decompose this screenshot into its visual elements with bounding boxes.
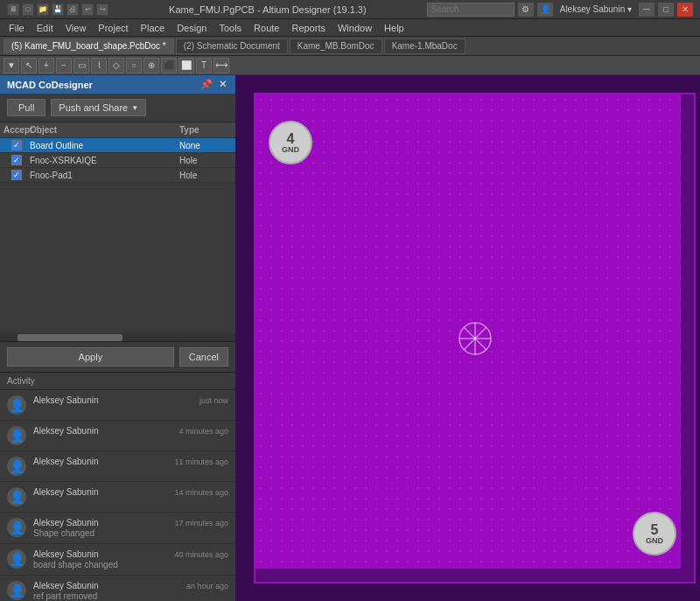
gnd-bottom-label: GND [646,537,663,545]
activity-content: Aleksey Sabunin just now [33,395,228,405]
push-share-button[interactable]: Push and Share ▼ [51,99,146,116]
push-share-dropdown-icon: ▼ [131,104,138,112]
row0-object: Board Outline [30,141,179,150]
menu-file[interactable]: File [4,21,30,35]
global-search[interactable] [427,3,514,17]
new-icon[interactable]: □ [22,3,34,16]
tool-wire[interactable]: ⌇ [91,58,107,73]
panel-close-icon[interactable]: ✕ [217,79,228,90]
activity-time: 4 minutes ago [178,427,228,436]
canvas-area[interactable]: 4 GND 5 GND [236,75,700,601]
col-object: Object [30,125,179,135]
table-row[interactable]: ✓ Board Outline None [0,138,235,153]
menu-help[interactable]: Help [379,21,410,35]
list-item: 👤 Aleksey Sabunin 11 minutes ago [0,451,235,482]
activity-header: Aleksey Sabunin 40 minutes ago [33,549,228,559]
cancel-button[interactable]: Cancel [179,347,228,367]
activity-time: an hour ago [186,582,228,591]
activity-time: 11 minutes ago [174,458,228,466]
activity-user: Aleksey Sabunin [33,395,99,405]
pull-button[interactable]: Pull [7,99,46,116]
activity-header: Aleksey Sabunin 14 minutes ago [33,487,228,497]
tool-comp[interactable]: ⬛ [161,58,177,73]
row2-check-cell: ✓ [4,170,30,180]
menu-view[interactable]: View [60,21,92,35]
menu-reports[interactable]: Reports [286,21,331,35]
main-layout: MCAD CoDesigner 📌 ✕ Pull Push and Share … [0,75,700,601]
activity-header: Aleksey Sabunin 4 minutes ago [33,426,228,436]
tabs-bar: (5) Kame_FMU_board_shape.PcbDoc * (2) Sc… [0,37,700,56]
menu-window[interactable]: Window [332,21,377,35]
gnd-top-label: GND [282,146,299,154]
list-item: 👤 Aleksey Sabunin just now [0,390,235,421]
tool-poly[interactable]: ◇ [108,58,124,73]
menu-route[interactable]: Route [248,21,284,35]
menu-project[interactable]: Project [93,21,133,35]
activity-user: Aleksey Sabunin [33,518,99,528]
tool-minus[interactable]: − [56,58,72,73]
activity-header: Aleksey Sabunin just now [33,395,228,405]
panel-title-bar: MCAD CoDesigner 📌 ✕ [0,75,235,94]
activity-content: Aleksey Sabunin 11 minutes ago [33,457,228,466]
open-icon[interactable]: 📁 [37,3,49,16]
activity-desc: ref part removed [33,591,228,601]
redo-icon[interactable]: ↪ [96,3,108,16]
activity-content: Aleksey Sabunin an hour ago ref part rem… [33,581,228,601]
menu-bar: File Edit View Project Place Design Tool… [0,19,700,37]
tool-filter[interactable]: ▼ [4,58,19,73]
col-accept: Accept [4,125,30,135]
table-row[interactable]: ✓ Fnoc-XSRKAIQE Hole [0,153,235,168]
menu-tools[interactable]: Tools [214,21,247,35]
object-table: Accept Object Type ✓ Board Outline None … [0,122,235,333]
tool-add[interactable]: + [38,58,54,73]
activity-user: Aleksey Sabunin [33,487,99,497]
close-btn[interactable]: ✕ [677,3,693,17]
table-row[interactable]: ✓ Fnoc-Pad1 Hole [0,168,235,183]
activity-header: Aleksey Sabunin an hour ago [33,581,228,591]
menu-design[interactable]: Design [172,21,212,35]
tool-route[interactable]: ⬜ [178,58,194,73]
row2-type: Hole [179,171,232,180]
activity-desc: Shape changed [33,528,228,538]
table-scrollbar[interactable] [0,333,235,342]
tab-pcb[interactable]: (5) Kame_FMU_board_shape.PcbDoc * [4,38,174,54]
settings-btn[interactable]: ⚙ [518,3,534,17]
tool-target[interactable]: ⊕ [144,58,159,73]
tool-text[interactable]: T [196,58,212,73]
left-panel: MCAD CoDesigner 📌 ✕ Pull Push and Share … [0,75,236,601]
pcb-canvas[interactable]: 4 GND 5 GND [254,93,696,584]
menu-edit[interactable]: Edit [32,21,59,35]
username-label: Aleksey Sabunin ▾ [556,4,635,14]
scrollbar-thumb[interactable] [18,334,122,341]
list-item: 👤 Aleksey Sabunin an hour ago ref part r… [0,576,235,601]
apply-button[interactable]: Apply [7,347,174,367]
row0-check-cell: ✓ [4,140,30,150]
maximize-btn[interactable]: □ [658,3,674,17]
row1-checkbox[interactable]: ✓ [11,155,22,165]
toolbar: ▼ ↖ + − ▭ ⌇ ◇ ○ ⊕ ⬛ ⬜ T ⟷ [0,56,700,75]
avatar: 👤 [7,581,26,600]
table-header: Accept Object Type [0,122,235,138]
row1-type: Hole [179,156,232,165]
tab-mba[interactable]: Kame-1.MbaDoc [384,38,466,54]
minimize-btn[interactable]: ─ [639,3,654,17]
tab-bom[interactable]: Kame_MB.BomDoc [290,38,382,54]
avatar: 👤 [7,487,26,507]
panel-pin-icon[interactable]: 📌 [199,79,214,90]
activity-header: Aleksey Sabunin 17 minutes ago [33,518,228,528]
save-icon[interactable]: 💾 [52,3,64,16]
tab-schematic[interactable]: (2) Schematic Document [176,38,288,54]
row2-checkbox[interactable]: ✓ [11,170,22,180]
menu-place[interactable]: Place [136,21,171,35]
activity-content: Aleksey Sabunin 17 minutes ago Shape cha… [33,518,228,538]
tool-box[interactable]: ▭ [74,58,89,73]
print-icon[interactable]: 🖨 [66,3,79,16]
row2-object: Fnoc-Pad1 [30,171,179,180]
tool-circle[interactable]: ○ [126,58,142,73]
tool-select[interactable]: ↖ [21,58,37,73]
row0-type: None [179,141,232,150]
row0-checkbox[interactable]: ✓ [11,140,22,150]
user-btn[interactable]: 👤 [537,3,553,17]
undo-icon[interactable]: ↩ [81,3,94,16]
tool-meas[interactable]: ⟷ [214,58,229,73]
